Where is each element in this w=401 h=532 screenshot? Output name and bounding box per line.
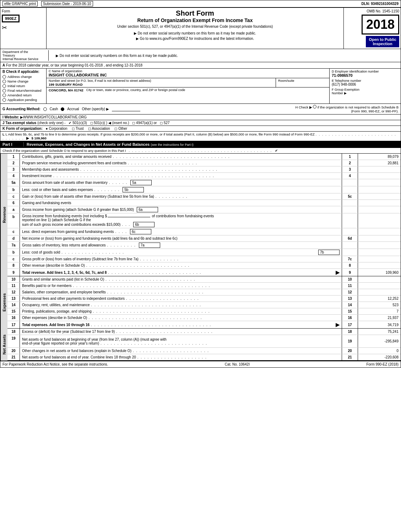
tax-row: J Tax-exempt status (check only one) - ✔… — [0, 120, 401, 126]
sub-field-6a: 6a — [137, 207, 158, 212]
row-amount: 21,937 — [358, 315, 401, 321]
ein-value: 71-0986570 — [332, 73, 399, 78]
table-row: 10 Grants and similar amounts paid (list… — [7, 276, 401, 283]
row-number: b — [7, 186, 20, 193]
radio-name-change[interactable] — [2, 80, 6, 83]
other-specify-input[interactable] — [112, 107, 140, 111]
line-number: 4 — [342, 173, 358, 179]
row-amount: 34,719 — [358, 321, 401, 328]
row-number: 3 — [7, 166, 20, 172]
row-number: 5a — [7, 179, 20, 186]
row-description: Printing, publications, postage, and shi… — [20, 308, 342, 314]
tax-year: 2018 — [362, 15, 399, 34]
notice-2: ▶ Go to www.irs.gov/Form990EZ for instru… — [50, 37, 340, 41]
table-row: b Less: cost of goods sold . . . . . . .… — [7, 249, 401, 256]
row-amount — [358, 166, 401, 172]
radio-final-return[interactable] — [2, 89, 6, 92]
radio-check-h[interactable] — [313, 105, 316, 108]
row-number: 16 — [7, 315, 20, 321]
group-exemption: F Group Exemption Number ▶ — [332, 88, 399, 95]
row-description: Occupancy, rent, utilities, and maintena… — [20, 302, 342, 308]
form-990ez-box: 990EZ — [2, 15, 20, 22]
row-amount — [358, 262, 401, 268]
website-row: I Website: ▶WWW.INSIGHTCOLLABORATIVE.ORG — [0, 115, 401, 120]
table-row: 16 Other expenses (describe in Schedule … — [7, 315, 401, 321]
line-number — [342, 186, 358, 193]
accounting-row: G Accounting Method: Cash Accrual Other … — [0, 104, 401, 115]
section-b-label: B Check if applicable: — [2, 70, 44, 74]
row-amount — [358, 276, 401, 282]
line-number: 15 — [342, 308, 358, 314]
line-number: 20 — [342, 348, 358, 354]
dept-info: Department of the Treasury Internal Reve… — [2, 50, 49, 61]
table-row: 9 Total revenue. Add lines 1, 2, 3, 4, 5… — [7, 269, 401, 276]
form-footer: For Paperwork Reduction Act Notice, see … — [0, 361, 401, 367]
submission-date: Submission Date - 2019-06-10 — [41, 1, 93, 6]
part-i-header: Part I Revenue, Expenses, and Changes in… — [0, 141, 401, 148]
website-value: ▶WWW.INSIGHTCOLLABORATIVE.ORG — [20, 115, 87, 119]
table-row: 21 Net assets or fund balances at end of… — [7, 354, 401, 361]
omb-number: OMB No. 1545-1150 — [367, 9, 399, 13]
row-description: Excess or (deficit) for the year (Subtra… — [20, 329, 342, 335]
sub-field-5a: 5a — [130, 180, 152, 185]
row-amount: 89,079 — [358, 154, 401, 160]
line-number: 6d — [342, 235, 358, 241]
radio-initial-return[interactable] — [2, 84, 6, 88]
sub-field-5b: 5b — [123, 187, 144, 192]
line-number — [342, 228, 358, 235]
row-description: Total revenue. Add lines 1, 2, 3, 4, 5c,… — [20, 269, 342, 276]
row-description: Program service revenue including govern… — [20, 160, 342, 166]
row-description: Gross income from gaming (attach Schedul… — [20, 206, 342, 213]
table-row: 15 Printing, publications, postage, and … — [7, 308, 401, 315]
table-row: 3 Membership dues and assessments . . . … — [7, 166, 401, 173]
line-number — [342, 242, 358, 249]
row-number: a — [7, 206, 20, 213]
radio-cash[interactable] — [43, 107, 47, 111]
expenses-rows: 10 Grants and similar amounts paid (list… — [7, 276, 401, 329]
line-number: 16 — [342, 315, 358, 321]
row-number: b — [7, 213, 20, 228]
radio-amended-return[interactable] — [2, 94, 6, 97]
line-number: 11 — [342, 283, 358, 289]
revenue-section: Revenue 1 Contributions, gifts, grants, … — [0, 154, 401, 276]
form-number-area: Form 990EZ ✂ — [0, 8, 47, 49]
table-row: c Gain or (loss) from sale of assets oth… — [7, 193, 401, 200]
row-description: Net income or (loss) from gaming and fun… — [20, 235, 342, 241]
row-number: b — [7, 249, 20, 256]
line-number: 7c — [342, 256, 358, 262]
row-amount — [358, 179, 401, 186]
line-number: 10 — [342, 276, 358, 282]
row-description: Gain or (loss) from sale of assets other… — [20, 193, 342, 200]
row-description: Other revenue (describe in Schedule O) .… — [20, 262, 342, 268]
check-h-col: H Check ▶ if the organization is not req… — [292, 105, 399, 113]
table-row: d Net income or (loss) from gaming and f… — [7, 235, 401, 242]
row-description: Other expenses (describe in Schedule O) … — [20, 315, 342, 321]
form-title-sub: Return of Organization Exempt From Incom… — [50, 17, 340, 23]
table-row: 2 Program service revenue including gove… — [7, 160, 401, 166]
check-address-change: Address change — [2, 75, 44, 79]
check-column: B Check if applicable: Address change Na… — [0, 69, 47, 103]
row-description: Total expenses. Add lines 10 through 16 … — [20, 321, 342, 328]
row-number: 12 — [7, 289, 20, 295]
row-amount — [358, 289, 401, 295]
line-number: 21 — [342, 354, 358, 360]
revenue-rows: 1 Contributions, gifts, grants, and simi… — [7, 154, 401, 276]
radio-address-change[interactable] — [2, 75, 6, 79]
accounting-label: G Accounting Method: — [2, 107, 40, 111]
row-description: Gaming and fundraising events — [20, 200, 342, 206]
form-label: Form — [2, 9, 10, 13]
sub-field-6c: 6c — [130, 229, 151, 234]
radio-accrual[interactable] — [61, 107, 64, 111]
row-description: Benefits paid to or for members . . . . … — [20, 283, 342, 289]
row-amount — [358, 213, 401, 228]
radio-application-pending[interactable] — [2, 98, 6, 102]
table-row: 20 Other changes in net assets or fund b… — [7, 348, 401, 354]
paperwork-notice: For Paperwork Reduction Act Notice, see … — [2, 362, 108, 366]
part-i-title: Revenue, Expenses, and Changes in Net As… — [24, 142, 399, 147]
sub-field-6b: 6b — [133, 222, 155, 227]
row-description: Net assets or fund balances at end of ye… — [20, 354, 342, 360]
row-description: Gross sales of inventory, less returns a… — [20, 242, 342, 249]
check-amended-return: Amended return — [2, 93, 44, 97]
form-subtitle: Under section 501(c), 527, or 4947(a)(1)… — [50, 25, 340, 28]
row-number: c — [7, 193, 20, 200]
